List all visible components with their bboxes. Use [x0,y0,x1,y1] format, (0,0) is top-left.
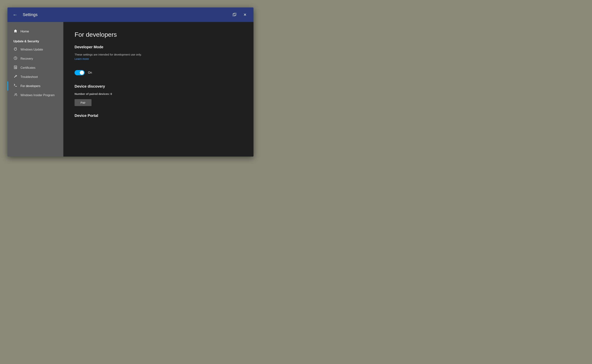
restore-icon [232,13,237,17]
sidebar-item-windows-update[interactable]: Windows Update [7,45,63,54]
titlebar-controls: ✕ [231,11,248,18]
device-discovery-title: Device discovery [75,84,242,89]
window-body: Home Update & Security Windows Update [7,22,254,156]
toggle-knob [80,71,84,75]
developer-mode-toggle-row: On [75,70,242,75]
recovery-icon [13,56,18,61]
sidebar-item-windows-insider[interactable]: Windows Insider Program [7,91,63,100]
developers-icon [13,84,18,88]
developer-mode-title: Developer Mode [75,45,242,49]
back-button[interactable]: ← [13,12,18,18]
home-icon [13,29,18,34]
svg-rect-0 [233,14,235,16]
close-button[interactable]: ✕ [241,11,248,18]
pair-button[interactable]: Pair [75,99,91,106]
restore-button[interactable] [231,11,238,18]
device-portal-title: Device Portal [75,113,242,118]
sidebar-section-title: Update & Security [7,36,63,45]
sidebar-item-troubleshoot[interactable]: Troubleshoot [7,72,63,81]
troubleshoot-icon [13,75,18,79]
settings-window: ← Settings ✕ Home [7,7,254,156]
insider-icon [13,93,18,98]
developer-mode-toggle[interactable] [75,70,85,75]
sidebar-item-label: Recovery [20,57,33,60]
sidebar-item-certificates[interactable]: Certificates [7,63,63,72]
sidebar-item-label: For developers [20,84,40,88]
svg-rect-1 [234,13,236,15]
developer-mode-section: Developer Mode These settings are intend… [75,45,242,75]
sidebar-item-label: Windows Update [20,48,43,51]
sidebar-item-label: Certificates [20,66,35,70]
sidebar-item-for-developers[interactable]: For developers [7,81,63,91]
sidebar-item-label: Troubleshoot [20,75,38,79]
svg-point-5 [15,94,16,95]
page-title: For developers [75,31,242,38]
titlebar-title: Settings [23,12,231,17]
svg-point-4 [16,67,17,69]
learn-more-link[interactable]: Learn more [75,57,89,60]
developer-mode-description: These settings are intended for developm… [75,53,242,56]
toggle-state-label: On [88,71,92,74]
certificates-icon [13,65,18,70]
paired-devices-text: Number of paired devices: 0 [75,92,242,95]
main-content: For developers Developer Mode These sett… [63,22,254,156]
titlebar: ← Settings ✕ [7,7,254,22]
svg-point-6 [16,93,17,94]
sidebar: Home Update & Security Windows Update [7,22,63,156]
update-icon [13,47,18,52]
sidebar-home-label: Home [20,30,29,33]
sidebar-item-recovery[interactable]: Recovery [7,54,63,63]
device-portal-section: Device Portal [75,113,242,118]
sidebar-item-label: Windows Insider Program [20,94,55,97]
sidebar-item-home[interactable]: Home [7,26,63,36]
device-discovery-section: Device discovery Number of paired device… [75,84,242,106]
